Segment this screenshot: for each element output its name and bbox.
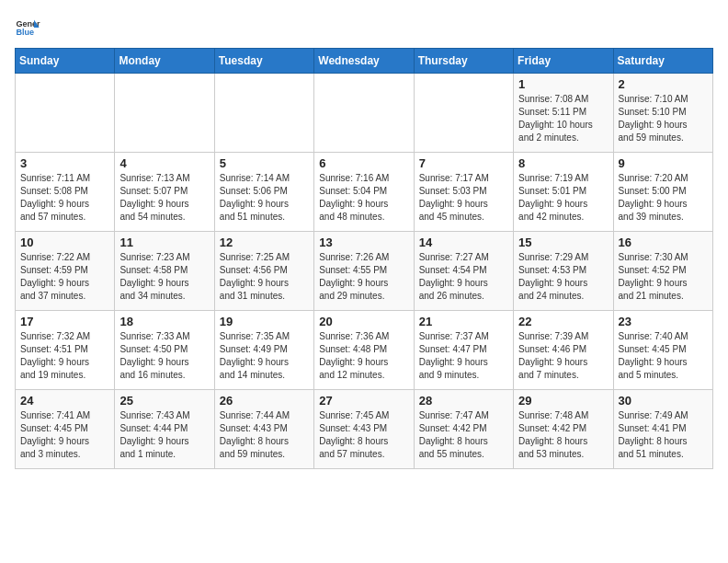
calendar-day-cell: 24Sunrise: 7:41 AM Sunset: 4:45 PM Dayli…: [16, 390, 115, 469]
day-info: Sunrise: 7:14 AM Sunset: 5:06 PM Dayligh…: [220, 172, 309, 224]
day-info: Sunrise: 7:41 AM Sunset: 4:45 PM Dayligh…: [20, 409, 109, 461]
calendar-day-cell: 10Sunrise: 7:22 AM Sunset: 4:59 PM Dayli…: [16, 232, 115, 311]
calendar-day-cell: [314, 74, 414, 153]
logo-icon: General Blue: [15, 15, 40, 40]
day-info: Sunrise: 7:33 AM Sunset: 4:50 PM Dayligh…: [119, 330, 209, 382]
calendar-day-cell: 12Sunrise: 7:25 AM Sunset: 4:56 PM Dayli…: [214, 232, 313, 311]
calendar-table: SundayMondayTuesdayWednesdayThursdayFrid…: [15, 48, 713, 469]
day-info: Sunrise: 7:29 AM Sunset: 4:53 PM Dayligh…: [518, 251, 608, 303]
calendar-day-cell: [214, 74, 313, 153]
calendar-day-cell: 9Sunrise: 7:20 AM Sunset: 5:00 PM Daylig…: [613, 153, 712, 232]
calendar-week-row: 10Sunrise: 7:22 AM Sunset: 4:59 PM Dayli…: [16, 232, 713, 311]
day-info: Sunrise: 7:32 AM Sunset: 4:51 PM Dayligh…: [20, 330, 109, 382]
calendar-week-row: 1Sunrise: 7:08 AM Sunset: 5:11 PM Daylig…: [16, 74, 713, 153]
day-number: 3: [20, 156, 109, 170]
day-info: Sunrise: 7:16 AM Sunset: 5:04 PM Dayligh…: [319, 172, 408, 224]
day-number: 5: [220, 156, 309, 170]
day-number: 23: [619, 315, 708, 328]
day-number: 8: [518, 156, 608, 170]
day-number: 21: [419, 315, 508, 328]
weekday-header-cell: Saturday: [613, 49, 712, 74]
day-number: 11: [119, 236, 209, 249]
day-number: 20: [319, 315, 408, 328]
day-number: 7: [419, 156, 508, 170]
calendar-day-cell: 26Sunrise: 7:44 AM Sunset: 4:43 PM Dayli…: [214, 390, 313, 469]
day-info: Sunrise: 7:17 AM Sunset: 5:03 PM Dayligh…: [419, 172, 508, 224]
calendar-day-cell: 21Sunrise: 7:37 AM Sunset: 4:47 PM Dayli…: [414, 311, 513, 390]
weekday-header-cell: Friday: [514, 49, 613, 74]
day-info: Sunrise: 7:11 AM Sunset: 5:08 PM Dayligh…: [20, 172, 109, 224]
calendar-day-cell: 15Sunrise: 7:29 AM Sunset: 4:53 PM Dayli…: [514, 232, 613, 311]
day-info: Sunrise: 7:37 AM Sunset: 4:47 PM Dayligh…: [419, 330, 508, 382]
day-number: 18: [119, 315, 209, 328]
calendar-day-cell: 13Sunrise: 7:26 AM Sunset: 4:55 PM Dayli…: [314, 232, 414, 311]
day-info: Sunrise: 7:25 AM Sunset: 4:56 PM Dayligh…: [220, 251, 309, 303]
weekday-header-cell: Tuesday: [214, 49, 313, 74]
calendar-day-cell: 6Sunrise: 7:16 AM Sunset: 5:04 PM Daylig…: [314, 153, 414, 232]
weekday-header-row: SundayMondayTuesdayWednesdayThursdayFrid…: [16, 49, 713, 74]
calendar-day-cell: 30Sunrise: 7:49 AM Sunset: 4:41 PM Dayli…: [613, 390, 712, 469]
calendar-day-cell: 20Sunrise: 7:36 AM Sunset: 4:48 PM Dayli…: [314, 311, 414, 390]
calendar-week-row: 17Sunrise: 7:32 AM Sunset: 4:51 PM Dayli…: [16, 311, 713, 390]
day-number: 22: [518, 315, 608, 328]
day-number: 28: [419, 394, 508, 408]
calendar-day-cell: 14Sunrise: 7:27 AM Sunset: 4:54 PM Dayli…: [414, 232, 513, 311]
weekday-header-cell: Wednesday: [314, 49, 414, 74]
calendar-day-cell: 11Sunrise: 7:23 AM Sunset: 4:58 PM Dayli…: [115, 232, 214, 311]
calendar-day-cell: 29Sunrise: 7:48 AM Sunset: 4:42 PM Dayli…: [514, 390, 613, 469]
day-number: 17: [20, 315, 109, 328]
weekday-header-cell: Monday: [115, 49, 214, 74]
weekday-header-cell: Sunday: [16, 49, 115, 74]
day-number: 12: [220, 236, 309, 249]
calendar-day-cell: 4Sunrise: 7:13 AM Sunset: 5:07 PM Daylig…: [115, 153, 214, 232]
calendar-body: 1Sunrise: 7:08 AM Sunset: 5:11 PM Daylig…: [16, 74, 713, 469]
day-number: 19: [220, 315, 309, 328]
calendar-day-cell: 1Sunrise: 7:08 AM Sunset: 5:11 PM Daylig…: [514, 74, 613, 153]
calendar-day-cell: 19Sunrise: 7:35 AM Sunset: 4:49 PM Dayli…: [214, 311, 313, 390]
calendar-day-cell: [115, 74, 214, 153]
day-info: Sunrise: 7:23 AM Sunset: 4:58 PM Dayligh…: [119, 251, 209, 303]
day-info: Sunrise: 7:20 AM Sunset: 5:00 PM Dayligh…: [619, 172, 708, 224]
calendar-day-cell: 25Sunrise: 7:43 AM Sunset: 4:44 PM Dayli…: [115, 390, 214, 469]
day-info: Sunrise: 7:35 AM Sunset: 4:49 PM Dayligh…: [220, 330, 309, 382]
day-number: 25: [119, 394, 209, 408]
calendar-day-cell: 28Sunrise: 7:47 AM Sunset: 4:42 PM Dayli…: [414, 390, 513, 469]
calendar-day-cell: [16, 74, 115, 153]
header: General Blue: [15, 15, 713, 40]
day-info: Sunrise: 7:40 AM Sunset: 4:45 PM Dayligh…: [619, 330, 708, 382]
day-number: 10: [20, 236, 109, 249]
calendar-day-cell: 8Sunrise: 7:19 AM Sunset: 5:01 PM Daylig…: [514, 153, 613, 232]
calendar-day-cell: 17Sunrise: 7:32 AM Sunset: 4:51 PM Dayli…: [16, 311, 115, 390]
day-info: Sunrise: 7:13 AM Sunset: 5:07 PM Dayligh…: [119, 172, 209, 224]
day-number: 1: [518, 77, 608, 91]
calendar-day-cell: 22Sunrise: 7:39 AM Sunset: 4:46 PM Dayli…: [514, 311, 613, 390]
day-info: Sunrise: 7:49 AM Sunset: 4:41 PM Dayligh…: [619, 409, 708, 461]
day-number: 27: [319, 394, 408, 408]
day-info: Sunrise: 7:47 AM Sunset: 4:42 PM Dayligh…: [419, 409, 508, 461]
day-info: Sunrise: 7:36 AM Sunset: 4:48 PM Dayligh…: [319, 330, 408, 382]
calendar-week-row: 24Sunrise: 7:41 AM Sunset: 4:45 PM Dayli…: [16, 390, 713, 469]
calendar-day-cell: 27Sunrise: 7:45 AM Sunset: 4:43 PM Dayli…: [314, 390, 414, 469]
day-info: Sunrise: 7:10 AM Sunset: 5:10 PM Dayligh…: [619, 93, 708, 144]
calendar-day-cell: 18Sunrise: 7:33 AM Sunset: 4:50 PM Dayli…: [115, 311, 214, 390]
weekday-header-cell: Thursday: [414, 49, 513, 74]
calendar-day-cell: 16Sunrise: 7:30 AM Sunset: 4:52 PM Dayli…: [613, 232, 712, 311]
day-info: Sunrise: 7:27 AM Sunset: 4:54 PM Dayligh…: [419, 251, 508, 303]
day-info: Sunrise: 7:48 AM Sunset: 4:42 PM Dayligh…: [518, 409, 608, 461]
day-info: Sunrise: 7:44 AM Sunset: 4:43 PM Dayligh…: [220, 409, 309, 461]
day-number: 13: [319, 236, 408, 249]
day-info: Sunrise: 7:30 AM Sunset: 4:52 PM Dayligh…: [619, 251, 708, 303]
day-info: Sunrise: 7:26 AM Sunset: 4:55 PM Dayligh…: [319, 251, 408, 303]
calendar-day-cell: 7Sunrise: 7:17 AM Sunset: 5:03 PM Daylig…: [414, 153, 513, 232]
calendar-day-cell: 5Sunrise: 7:14 AM Sunset: 5:06 PM Daylig…: [214, 153, 313, 232]
day-number: 16: [619, 236, 708, 249]
day-number: 30: [619, 394, 708, 408]
calendar-day-cell: 2Sunrise: 7:10 AM Sunset: 5:10 PM Daylig…: [613, 74, 712, 153]
day-info: Sunrise: 7:22 AM Sunset: 4:59 PM Dayligh…: [20, 251, 109, 303]
day-number: 9: [619, 156, 708, 170]
calendar-day-cell: 3Sunrise: 7:11 AM Sunset: 5:08 PM Daylig…: [16, 153, 115, 232]
calendar-day-cell: [414, 74, 513, 153]
logo: General Blue: [15, 15, 40, 40]
day-info: Sunrise: 7:45 AM Sunset: 4:43 PM Dayligh…: [319, 409, 408, 461]
day-info: Sunrise: 7:43 AM Sunset: 4:44 PM Dayligh…: [119, 409, 209, 461]
